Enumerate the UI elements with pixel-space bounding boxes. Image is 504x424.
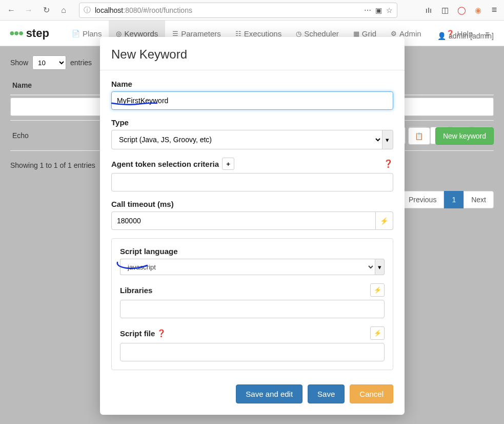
file-icon: 📄 — [72, 30, 80, 37]
script-file-label: Script file — [120, 329, 155, 338]
noscript-icon[interactable]: ◯ — [456, 6, 467, 15]
grid-icon: ▦ — [353, 30, 359, 37]
list-icon: ☰ — [172, 30, 178, 37]
modal-title: New Keyword — [111, 47, 393, 62]
app-logo[interactable]: ●●● step — [9, 27, 49, 40]
type-label: Type — [111, 118, 393, 127]
row-name-cell: Echo — [12, 131, 29, 140]
timeout-dynamic-button[interactable]: ⚡ — [376, 211, 393, 230]
next-page-button[interactable]: Next — [463, 191, 494, 208]
paste-button[interactable]: 📋 — [408, 127, 430, 145]
type-caret-button[interactable]: ▾ — [382, 130, 393, 149]
menu-icon[interactable]: ≡ — [489, 5, 500, 15]
user-label: admin [admin] — [449, 32, 494, 40]
type-select[interactable]: Script (Java, JS, Groovy, etc) — [111, 130, 382, 149]
modal-header: New Keyword — [100, 37, 405, 70]
reader-icon[interactable]: ▣ — [375, 6, 382, 14]
tab-label: Plans — [83, 29, 102, 38]
gear-icon: ⚙ — [391, 30, 397, 37]
page-1-button[interactable]: 1 — [444, 191, 463, 208]
add-criteria-button[interactable]: + — [222, 158, 234, 170]
name-label: Name — [111, 80, 393, 88]
duckduckgo-icon[interactable]: ◉ — [472, 6, 483, 15]
cancel-button[interactable]: Cancel — [350, 384, 393, 403]
target-icon: ◎ — [116, 30, 122, 37]
libraries-input[interactable] — [120, 300, 385, 318]
url-host: localhost — [95, 6, 123, 14]
agent-help-icon[interactable]: ❓ — [384, 159, 393, 168]
save-and-edit-button[interactable]: Save and edit — [236, 384, 303, 403]
user-icon: 👤 — [437, 32, 446, 40]
modal-footer: Save and edit Save Cancel — [100, 375, 405, 415]
script-file-dynamic-button[interactable]: ⚡ — [370, 326, 385, 340]
bookmark-star-icon[interactable]: ☆ — [386, 6, 393, 14]
pagination: Previous 1 Next — [401, 191, 494, 208]
page-actions-icon[interactable]: ⋯ — [364, 6, 371, 14]
new-keyword-button[interactable]: New keyword — [435, 127, 494, 145]
site-info-icon[interactable]: ⓘ — [84, 6, 91, 15]
name-input[interactable] — [111, 91, 393, 110]
save-button[interactable]: Save — [308, 384, 345, 403]
show-label: Show — [10, 59, 28, 67]
browser-toolbar: ← → ↻ ⌂ ⓘ localhost:8080/#/root/function… — [0, 0, 504, 21]
forward-button: → — [22, 3, 36, 17]
library-icon[interactable]: ıIı — [423, 6, 434, 14]
user-indicator[interactable]: 👤 admin [admin] — [437, 32, 494, 40]
url-path: :8080/#/root/functions — [123, 6, 192, 14]
script-file-help-icon[interactable]: ❓ — [157, 329, 166, 337]
prev-page-button[interactable]: Previous — [401, 191, 444, 208]
timeout-label: Call timeout (ms) — [111, 200, 393, 208]
logo-dots-icon: ●●● — [9, 28, 23, 38]
script-lang-caret-button[interactable]: ▾ — [375, 259, 385, 275]
reload-button[interactable]: ↻ — [39, 3, 53, 17]
url-bar[interactable]: ⓘ localhost:8080/#/root/functions ⋯ ▣ ☆ — [79, 3, 397, 18]
libraries-dynamic-button[interactable]: ⚡ — [370, 283, 385, 297]
tasks-icon: ☷ — [235, 30, 241, 37]
clock-icon: ◷ — [296, 30, 301, 37]
agent-label: Agent token selection criteria — [111, 160, 219, 168]
entries-label: entries — [70, 59, 92, 67]
script-settings-panel: Script language javascript ▾ Libraries ⚡… — [111, 238, 393, 370]
agent-criteria-box[interactable] — [111, 173, 393, 191]
sort-icon[interactable]: ⇅ — [486, 81, 492, 89]
home-button[interactable]: ⌂ — [56, 3, 71, 17]
entries-select[interactable]: 10 — [32, 55, 66, 70]
script-lang-select[interactable]: javascript — [120, 259, 375, 275]
libraries-label: Libraries — [120, 286, 152, 295]
sidebar-icon[interactable]: ◫ — [439, 6, 451, 15]
timeout-input[interactable] — [111, 211, 376, 230]
logo-text: step — [26, 27, 49, 40]
back-button[interactable]: ← — [4, 3, 18, 17]
new-keyword-modal: New Keyword Name Type Script (Java, JS, … — [100, 37, 405, 415]
script-lang-label: Script language — [120, 247, 385, 256]
script-file-input[interactable] — [120, 343, 385, 361]
